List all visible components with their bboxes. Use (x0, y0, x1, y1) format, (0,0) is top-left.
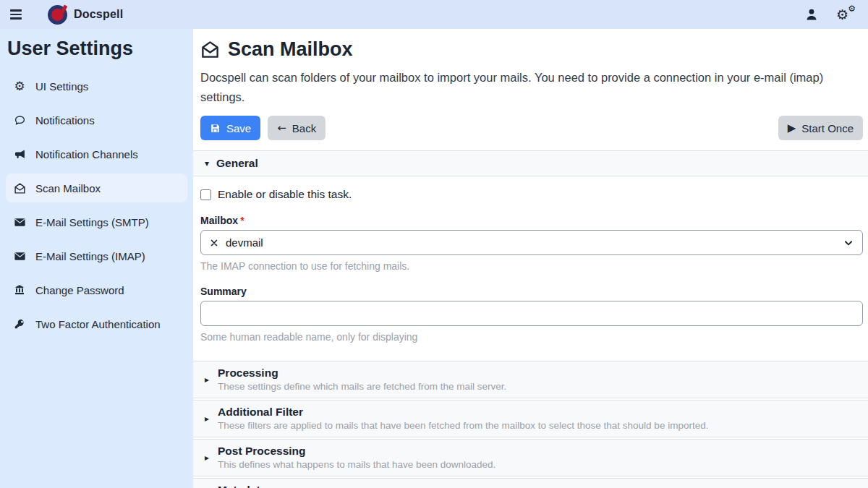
sidebar-title: User Settings (7, 38, 187, 60)
section-metadata[interactable]: ▸ Metadata Define metadata that should b… (193, 478, 868, 488)
back-button[interactable]: ← Back (268, 116, 326, 140)
user-settings-sidebar: User Settings ⚙ UI Settings Notification… (0, 29, 193, 488)
mailbox-select[interactable]: devmail (200, 230, 863, 255)
gear-icon: ⚙ (13, 80, 26, 93)
open-envelope-icon (200, 40, 220, 59)
section-title: Additional Filter (218, 406, 708, 419)
sidebar-item-label: E-Mail Settings (SMTP) (35, 216, 149, 228)
enable-task-checkbox[interactable] (200, 189, 211, 200)
caret-right-icon: ▸ (205, 374, 209, 385)
sidebar-item-email-imap[interactable]: E-Mail Settings (IMAP) (6, 241, 187, 270)
section-title: Processing (218, 367, 506, 380)
sidebar-item-email-smtp[interactable]: E-Mail Settings (SMTP) (6, 207, 187, 236)
open-envelope-icon (13, 182, 26, 194)
section-title: Metadata (218, 484, 532, 488)
section-processing[interactable]: ▸ Processing These settings define which… (193, 361, 868, 398)
envelope-icon (13, 216, 26, 228)
brand-name: Docspell (74, 8, 123, 21)
megaphone-icon (13, 148, 26, 160)
menu-icon[interactable] (9, 7, 23, 22)
section-description: This defines what happens to mails that … (218, 459, 495, 470)
key-icon (13, 318, 26, 330)
top-navbar: Docspell ⚙⚙ (0, 0, 868, 29)
sidebar-item-change-password[interactable]: Change Password (6, 275, 187, 304)
password-icon (13, 284, 26, 296)
settings-gears-icon[interactable]: ⚙⚙ (836, 7, 855, 22)
sidebar-item-two-factor[interactable]: Two Factor Authentication (6, 309, 187, 338)
section-description: These settings define which mails are fe… (218, 381, 506, 392)
sidebar-item-label: Scan Mailbox (35, 182, 101, 194)
docspell-logo-icon (48, 5, 67, 25)
mailbox-help-text: The IMAP connection to use for fetching … (200, 260, 861, 272)
sidebar-item-label: Notification Channels (35, 148, 138, 160)
section-post-processing[interactable]: ▸ Post Processing This defines what happ… (193, 439, 868, 476)
section-description: These filters are applied to mails that … (218, 420, 708, 431)
mailbox-selected-value: devmail (226, 236, 263, 249)
sidebar-item-notification-channels[interactable]: Notification Channels (6, 140, 187, 168)
sidebar-item-ui-settings[interactable]: ⚙ UI Settings (6, 72, 187, 100)
enable-task-row[interactable]: Enable or disable this task. (200, 188, 861, 201)
summary-help-text: Some human readable name, only for displ… (200, 331, 861, 343)
sidebar-item-scan-mailbox[interactable]: Scan Mailbox (6, 174, 187, 202)
start-once-button[interactable]: ▶ Start Once (778, 116, 863, 140)
brand[interactable]: Docspell (48, 5, 123, 25)
scan-mailbox-panel: Scan Mailbox Docspell can scan folders o… (193, 29, 868, 488)
mailbox-label: Mailbox* (200, 215, 861, 226)
section-title: Post Processing (218, 445, 495, 458)
sidebar-item-label: E-Mail Settings (IMAP) (35, 250, 145, 262)
sidebar-item-notifications[interactable]: Notifications (6, 106, 187, 134)
page-description: Docspell can scan folders of your mailbo… (200, 68, 859, 106)
caret-right-icon: ▸ (205, 414, 209, 424)
chat-bubble-icon (13, 114, 26, 127)
enable-task-label: Enable or disable this task. (218, 188, 352, 201)
save-button[interactable]: Save (200, 116, 260, 140)
sidebar-item-label: Notifications (35, 114, 95, 127)
back-arrow-icon: ← (277, 121, 286, 134)
sidebar-item-label: Change Password (35, 284, 124, 296)
general-section-header[interactable]: ▾ General (193, 150, 868, 176)
save-icon (210, 123, 221, 134)
play-icon: ▶ (788, 121, 796, 134)
caret-down-icon: ▾ (205, 158, 209, 168)
user-account-icon[interactable] (804, 7, 819, 22)
page-title: Scan Mailbox (228, 38, 353, 61)
envelope-icon (13, 250, 26, 262)
sidebar-item-label: UI Settings (35, 80, 88, 93)
summary-input[interactable] (200, 301, 863, 326)
required-asterisk: * (240, 215, 244, 226)
sidebar-item-label: Two Factor Authentication (35, 318, 161, 330)
chevron-down-icon (843, 238, 854, 248)
clear-selection-icon[interactable] (210, 239, 218, 247)
caret-right-icon: ▸ (205, 453, 209, 463)
section-additional-filter[interactable]: ▸ Additional Filter These filters are ap… (193, 400, 868, 437)
summary-label: Summary (200, 286, 861, 297)
